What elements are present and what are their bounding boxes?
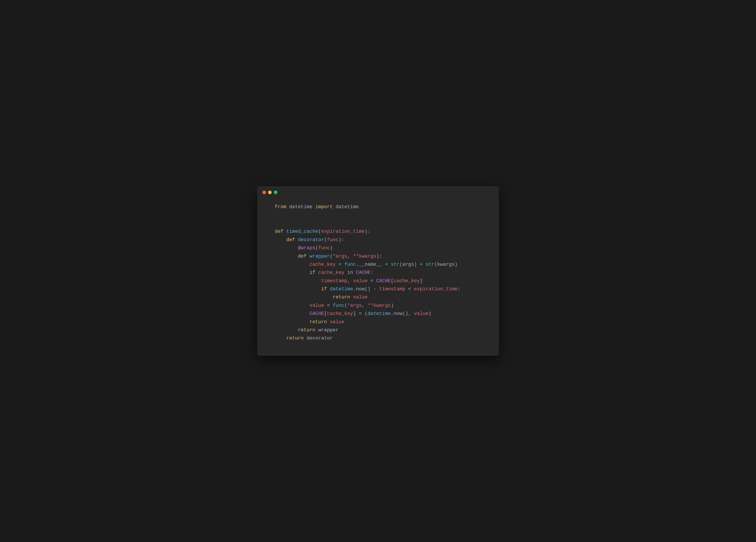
code-line-10: timestamp, value = CACHE[cache_key] xyxy=(275,277,486,285)
code-line-4: def timed_cache(expiration_time): xyxy=(275,228,486,236)
code-line-15: return value xyxy=(275,318,486,326)
code-line-17: return decorator xyxy=(275,334,486,342)
code-line-16: return wrapper xyxy=(275,326,486,334)
code-line-8: cache_key = func.__name__ + str(args) + … xyxy=(275,261,486,269)
code-line-13: value = func(*args, **kwargs) xyxy=(275,301,486,310)
title-bar xyxy=(257,186,499,199)
code-editor[interactable]: from datetime import datetime def timed_… xyxy=(257,199,499,342)
maximize-button[interactable] xyxy=(274,191,277,194)
code-line-11: if datetime.now() - timestamp < expirati… xyxy=(275,285,486,293)
code-line-blank2 xyxy=(275,220,486,228)
code-line-9: if cache_key in CACHE: xyxy=(275,269,486,277)
code-line-7: def wrapper(*args, **kwargs): xyxy=(275,252,486,261)
code-window: from datetime import datetime def timed_… xyxy=(257,186,499,356)
code-line-1: from datetime import datetime xyxy=(275,203,486,211)
code-line-12: return value xyxy=(275,293,486,301)
code-line-6: @wraps(func) xyxy=(275,244,486,252)
minimize-button[interactable] xyxy=(268,191,272,194)
code-line-blank1 xyxy=(275,211,486,220)
close-button[interactable] xyxy=(262,191,266,194)
code-line-5: def decorator(func): xyxy=(275,236,486,244)
code-line-14: CACHE[cache_key] = (datetime.now(), valu… xyxy=(275,310,486,318)
